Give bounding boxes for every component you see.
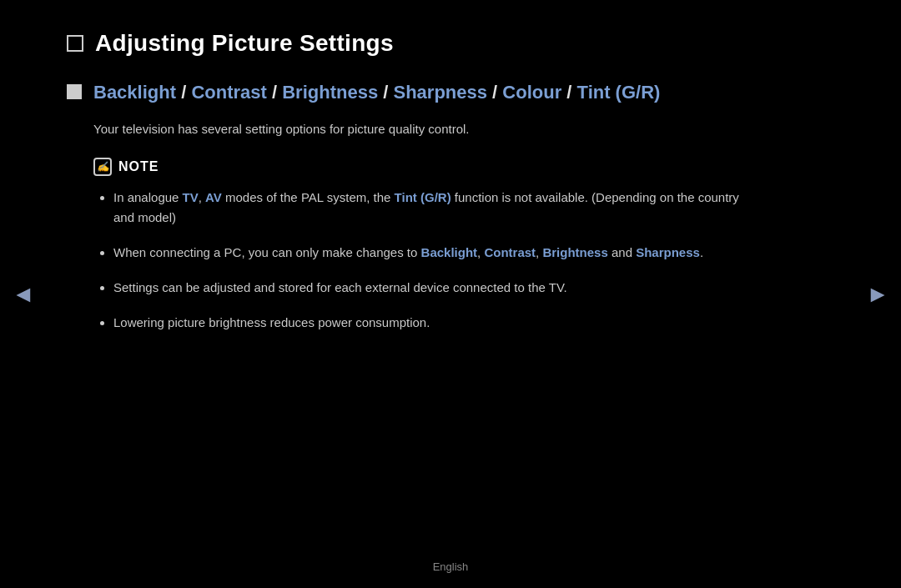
bullet1-text3: modes of the PAL system, the bbox=[222, 190, 395, 204]
bullet2-text1: When connecting a PC, you can only make … bbox=[113, 245, 421, 259]
bullet2-backlight: Backlight bbox=[421, 245, 478, 259]
section-square-icon bbox=[67, 84, 82, 99]
bullet2-sharpness: Sharpness bbox=[636, 245, 700, 259]
heading-sep4: / bbox=[492, 82, 502, 103]
heading-sep3: / bbox=[383, 82, 393, 103]
footer-language: English bbox=[0, 560, 901, 573]
heading-sep1: / bbox=[181, 82, 191, 103]
heading-contrast: Contrast bbox=[191, 82, 266, 103]
bullet3-text: Settings can be adjusted and stored for … bbox=[113, 280, 567, 294]
bullet2-text5: . bbox=[700, 245, 703, 259]
bullet1-text2: , bbox=[199, 190, 205, 204]
heading-tint: Tint (G/R) bbox=[577, 82, 661, 103]
bullet2-text4: and bbox=[608, 245, 636, 259]
bullet1-text1: In analogue bbox=[113, 190, 183, 204]
description-text: Your television has several setting opti… bbox=[93, 119, 751, 139]
page-title-row: Adjusting Picture Settings bbox=[67, 30, 751, 57]
bullet2-contrast: Contrast bbox=[484, 245, 536, 259]
bullet-list: In analogue TV, AV modes of the PAL syst… bbox=[110, 188, 751, 333]
heading-backlight: Backlight bbox=[93, 82, 176, 103]
bullet1-tint: Tint (G/R) bbox=[395, 190, 451, 204]
list-item: In analogue TV, AV modes of the PAL syst… bbox=[113, 188, 751, 228]
main-content: Adjusting Picture Settings Backlight / C… bbox=[0, 0, 818, 381]
nav-next-button[interactable]: ► bbox=[866, 281, 889, 308]
heading-brightness: Brightness bbox=[282, 82, 378, 103]
bullet4-text: Lowering picture brightness reduces powe… bbox=[113, 315, 430, 329]
note-section: ✍ NOTE In analogue TV, AV modes of the P… bbox=[93, 158, 751, 333]
heading-sep2: / bbox=[272, 82, 282, 103]
note-header: ✍ NOTE bbox=[93, 158, 751, 176]
section-heading-row: Backlight / Contrast / Brightness / Shar… bbox=[67, 80, 751, 106]
section-heading: Backlight / Contrast / Brightness / Shar… bbox=[93, 80, 660, 106]
nav-prev-button[interactable]: ◄ bbox=[12, 281, 35, 308]
bullet1-av: AV bbox=[205, 190, 222, 204]
list-item: Lowering picture brightness reduces powe… bbox=[113, 313, 751, 333]
heading-colour: Colour bbox=[502, 82, 561, 103]
list-item: Settings can be adjusted and stored for … bbox=[113, 278, 751, 298]
list-item: When connecting a PC, you can only make … bbox=[113, 243, 751, 263]
bullet2-brightness: Brightness bbox=[542, 245, 607, 259]
heading-sharpness: Sharpness bbox=[393, 82, 487, 103]
note-icon: ✍ bbox=[93, 158, 112, 176]
page-title: Adjusting Picture Settings bbox=[95, 30, 394, 57]
note-label: NOTE bbox=[118, 159, 159, 174]
heading-sep5: / bbox=[566, 82, 576, 103]
bullet1-tv: TV bbox=[183, 190, 199, 204]
title-checkbox bbox=[67, 35, 83, 52]
